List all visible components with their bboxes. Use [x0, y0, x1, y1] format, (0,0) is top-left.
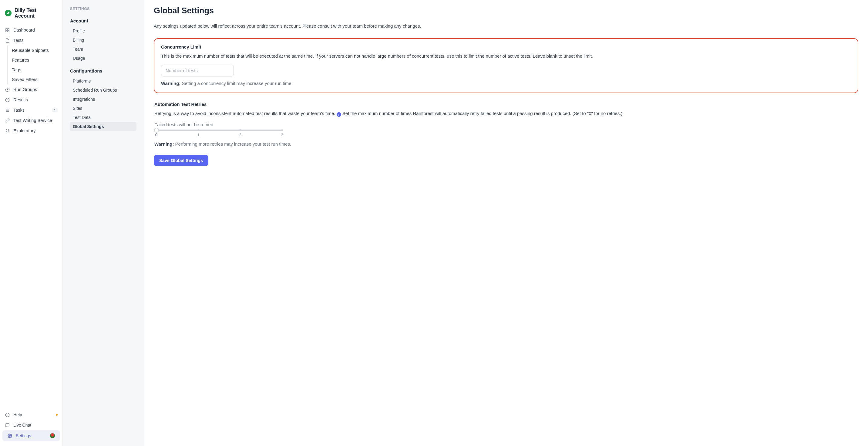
nav-features[interactable]: Features — [7, 55, 62, 65]
svg-rect-0 — [5, 28, 7, 30]
account-name: Billy Test Account — [14, 7, 58, 19]
leaf-icon — [5, 10, 11, 17]
primary-nav: Dashboard Tests Reusable Snippets Featur… — [0, 25, 62, 407]
page-description: Any settings updated below will reflect … — [154, 23, 858, 30]
nav-label: Dashboard — [13, 28, 58, 32]
settings-team[interactable]: Team — [70, 44, 136, 54]
primary-sidebar: Billy Test Account Dashboard Tests Reusa… — [0, 0, 63, 446]
user-avatar[interactable] — [50, 433, 55, 438]
concurrency-title: Concurrency Limit — [161, 44, 851, 50]
settings-sidebar: SETTINGS Account Profile Billing Team Us… — [63, 0, 144, 446]
settings-billing[interactable]: Billing — [70, 35, 136, 44]
nav-label: Saved Filters — [12, 77, 58, 82]
lightbulb-icon — [5, 128, 10, 133]
concurrency-input[interactable] — [161, 65, 234, 77]
retries-desc-part2: Set the maximum number of times Rainfore… — [341, 111, 623, 116]
page-title: Global Settings — [154, 6, 858, 16]
nav-saved-filters[interactable]: Saved Filters — [7, 75, 62, 84]
retries-section: Automation Test Retries Retrying is a wa… — [154, 102, 858, 147]
warning-label: Warning: — [161, 81, 181, 86]
svg-rect-3 — [8, 30, 9, 32]
chat-icon — [5, 423, 10, 427]
slider-label-2: 2 — [239, 132, 241, 137]
clock-icon — [5, 87, 10, 92]
retries-slider[interactable]: 0 1 2 3 — [154, 129, 284, 137]
nav-tests-sub: Reusable Snippets Features Tags Saved Fi… — [0, 46, 62, 84]
settings-profile[interactable]: Profile — [70, 26, 136, 35]
save-global-settings-button[interactable]: Save Global Settings — [154, 155, 208, 166]
gauge-icon — [5, 97, 10, 102]
list-icon — [5, 108, 10, 113]
gear-icon — [7, 433, 12, 438]
nav-tasks[interactable]: Tasks 1 — [0, 105, 62, 115]
notification-dot-icon — [56, 414, 58, 416]
nav-label: Results — [13, 97, 58, 102]
slider-label-1: 1 — [197, 132, 199, 137]
warning-label: Warning: — [154, 141, 174, 147]
nav-tags[interactable]: Tags — [7, 65, 62, 75]
settings-integrations[interactable]: Integrations — [70, 95, 136, 104]
nav-run-groups[interactable]: Run Groups — [0, 84, 62, 95]
slider-thumb[interactable] — [154, 128, 159, 132]
nav-label: Help — [13, 412, 50, 417]
group-account-title: Account — [70, 18, 136, 23]
slider-label-3: 3 — [281, 132, 283, 137]
settings-scheduled-run-groups[interactable]: Scheduled Run Groups — [70, 86, 136, 95]
slider-labels: 0 1 2 3 — [155, 132, 283, 137]
nav-reusable-snippets[interactable]: Reusable Snippets — [7, 46, 62, 55]
retries-desc-part1: Retrying is a way to avoid inconsistent … — [154, 111, 337, 116]
nav-dashboard[interactable]: Dashboard — [0, 25, 62, 35]
svg-point-11 — [9, 435, 10, 436]
retries-desc: Retrying is a way to avoid inconsistent … — [154, 110, 858, 117]
info-icon[interactable]: i — [337, 112, 341, 117]
slider-track — [156, 129, 282, 131]
settings-platforms[interactable]: Platforms — [70, 77, 136, 86]
tools-icon — [5, 118, 10, 123]
primary-nav-footer: Help Live Chat Settings — [0, 407, 62, 441]
slider-label-0: 0 — [155, 132, 157, 137]
question-icon — [5, 412, 10, 417]
tasks-badge: 1 — [52, 108, 58, 112]
nav-label: Tasks — [13, 108, 49, 113]
settings-test-data[interactable]: Test Data — [70, 113, 136, 122]
settings-usage[interactable]: Usage — [70, 54, 136, 63]
nav-exploratory[interactable]: Exploratory — [0, 126, 62, 136]
settings-global-settings[interactable]: Global Settings — [70, 122, 136, 131]
concurrency-desc: This is the maximum number of tests that… — [161, 53, 851, 60]
nav-label: Live Chat — [13, 423, 58, 427]
nav-results[interactable]: Results — [0, 95, 62, 105]
group-configurations-title: Configurations — [70, 68, 136, 73]
nav-label: Reusable Snippets — [12, 48, 58, 53]
concurrency-limit-card: Concurrency Limit This is the maximum nu… — [154, 38, 858, 93]
nav-label: Tests — [13, 38, 58, 43]
warning-text: Setting a concurrency limit may increase… — [181, 81, 292, 86]
nav-label: Exploratory — [13, 128, 58, 133]
settings-sites[interactable]: Sites — [70, 104, 136, 113]
slider-tick — [239, 129, 241, 131]
nav-label: Test Writing Service — [13, 118, 58, 123]
brand[interactable]: Billy Test Account — [0, 5, 62, 25]
nav-label: Run Groups — [13, 87, 58, 92]
slider-tick — [197, 129, 199, 131]
nav-test-writing-service[interactable]: Test Writing Service — [0, 115, 62, 126]
grid-icon — [5, 28, 10, 32]
svg-rect-1 — [8, 28, 9, 30]
nav-live-chat[interactable]: Live Chat — [0, 420, 62, 430]
nav-tests[interactable]: Tests — [0, 35, 62, 46]
main-content: Global Settings Any settings updated bel… — [144, 0, 868, 446]
slider-tick — [281, 129, 283, 131]
document-icon — [5, 38, 10, 43]
retries-warning: Warning: Performing more retries may inc… — [154, 141, 858, 147]
nav-help[interactable]: Help — [0, 410, 62, 420]
retry-status: Failed tests will not be retried — [154, 122, 858, 127]
retries-title: Automation Test Retries — [154, 102, 858, 107]
concurrency-warning: Warning: Setting a concurrency limit may… — [161, 81, 851, 86]
nav-label: Features — [12, 58, 58, 62]
warning-text: Performing more retries may increase you… — [174, 141, 291, 147]
svg-rect-2 — [5, 30, 7, 32]
settings-heading: SETTINGS — [70, 7, 136, 11]
nav-settings[interactable]: Settings — [2, 430, 60, 441]
nav-label: Settings — [16, 433, 46, 438]
nav-label: Tags — [12, 67, 58, 72]
